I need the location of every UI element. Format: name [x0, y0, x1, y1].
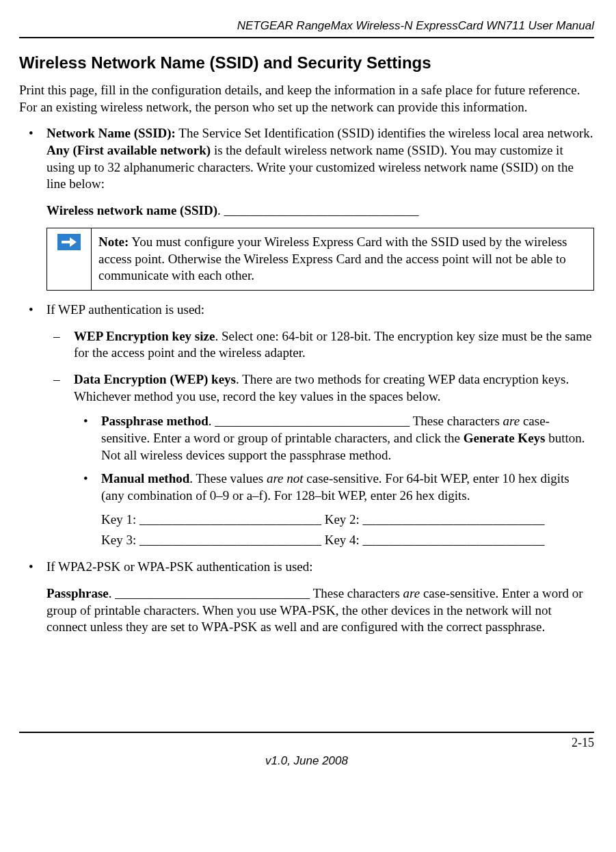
manual-method-label: Manual method	[101, 471, 189, 485]
ssid-default-bold: Any (First available network)	[46, 143, 211, 157]
note-text: You must configure your Wireless Express…	[98, 235, 567, 282]
ssid-label: Network Name (SSID):	[46, 126, 176, 140]
passphrase-tail1: These characters	[410, 414, 503, 428]
passphrase-blank: ______________________________	[215, 414, 410, 428]
doc-version: v1.0, June 2008	[19, 754, 594, 768]
keys-line-2: Key 3: ____________________________ Key …	[101, 532, 594, 549]
page-footer: 2-15 v1.0, June 2008	[19, 732, 594, 768]
ssid-line-label: Wireless network name (SSID)	[46, 203, 217, 217]
header-rule	[19, 37, 594, 38]
passphrase-method-label: Passphrase method	[101, 414, 209, 428]
note-text-cell: Note: You must configure your Wireless E…	[92, 228, 594, 290]
manual-dot: . These values	[189, 471, 267, 485]
footer-rule	[19, 732, 594, 733]
bullet-wpa: If WPA2-PSK or WPA-PSK authentication is…	[19, 559, 594, 636]
keys-line-1: Key 1: ____________________________ Key …	[101, 511, 594, 529]
bullet-ssid: Network Name (SSID): The Service Set Ide…	[19, 125, 594, 291]
arrow-right-icon	[57, 234, 81, 250]
main-bullet-list: Network Name (SSID): The Service Set Ide…	[19, 125, 594, 636]
passphrase-dot: .	[209, 414, 215, 428]
wpa-pass-label: Passphrase	[46, 586, 109, 600]
wep-method-list: Passphrase method. _____________________…	[74, 413, 594, 504]
wpa-lead: If WPA2-PSK or WPA-PSK authentication is…	[46, 559, 313, 574]
note-label: Note:	[98, 235, 129, 249]
wpa-em: are	[403, 586, 420, 600]
running-header: NETGEAR RangeMax Wireless-N ExpressCard …	[19, 19, 594, 36]
wep-lead: If WEP authentication is used:	[46, 302, 204, 317]
passphrase-em: are	[503, 414, 520, 428]
page-number: 2-15	[19, 736, 594, 750]
intro-paragraph: Print this page, fill in the configurati…	[19, 82, 594, 116]
manual-method: Manual method. These values are not case…	[74, 470, 594, 504]
wep-keys: Data Encryption (WEP) keys. There are tw…	[46, 371, 594, 549]
wep-keys-label: Data Encryption (WEP) keys	[74, 372, 236, 386]
generate-keys-bold: Generate Keys	[464, 431, 546, 445]
section-heading: Wireless Network Name (SSID) and Securit…	[19, 53, 594, 72]
ssid-line-blank: . ______________________________	[217, 203, 419, 217]
passphrase-method: Passphrase method. _____________________…	[74, 413, 594, 464]
ssid-text-1: The Service Set Identification (SSID) id…	[176, 126, 593, 140]
wpa-pass-dot: .	[109, 586, 116, 600]
note-icon-cell	[47, 228, 92, 290]
bullet-wep: If WEP authentication is used: WEP Encry…	[19, 302, 594, 549]
note-box: Note: You must configure your Wireless E…	[46, 228, 594, 291]
wep-key-size: WEP Encryption key size. Select one: 64-…	[46, 328, 594, 362]
wpa-pass-blank: ______________________________	[115, 586, 310, 600]
wep-key-size-label: WEP Encryption key size	[74, 329, 215, 343]
manual-em: are not	[267, 471, 304, 485]
document-page: NETGEAR RangeMax Wireless-N ExpressCard …	[0, 0, 616, 784]
wep-dash-list: WEP Encryption key size. Select one: 64-…	[46, 328, 594, 550]
wep-key-fields: Key 1: ____________________________ Key …	[74, 511, 594, 549]
wpa-tail1: These characters	[310, 586, 403, 600]
